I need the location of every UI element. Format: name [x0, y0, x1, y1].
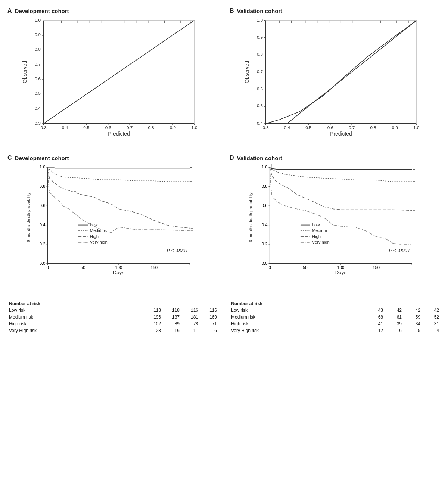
svg-text:0.4: 0.4: [257, 121, 263, 125]
svg-text:0.5: 0.5: [35, 91, 41, 96]
svg-text:+: +: [413, 242, 415, 247]
panel-A-x-label: Predicted: [108, 131, 130, 137]
svg-text:0.4: 0.4: [35, 106, 41, 111]
risk-val: 6: [385, 327, 403, 334]
svg-text:0.7: 0.7: [35, 62, 41, 66]
svg-text:0.7: 0.7: [127, 125, 133, 130]
risk-val: 102: [144, 320, 162, 327]
risk-val: 6: [200, 327, 218, 334]
svg-text:+: +: [190, 165, 192, 170]
panel-B-title: B Validation cohort: [230, 7, 441, 14]
risk-val: 42: [403, 307, 422, 314]
svg-text:50: 50: [81, 265, 85, 270]
risk-val: 34: [403, 320, 422, 327]
svg-text:0.4: 0.4: [262, 223, 268, 227]
risk-val: 39: [385, 320, 403, 327]
svg-text:Very high: Very high: [312, 240, 330, 244]
panel-D-x-label: Days: [335, 270, 347, 275]
svg-rect-86: [266, 21, 417, 124]
panel-B-svg: 0.4 0.5 0.6 0.7 0.8 0.9 1.0 0.: [230, 16, 441, 143]
svg-text:0.7: 0.7: [257, 69, 263, 74]
panel-D: D Validation cohort 0.0 0.2 0.4: [230, 155, 441, 334]
panel-B-x-label: Predicted: [330, 131, 352, 137]
panel-B-y-label: Observed: [244, 61, 250, 83]
svg-text:Very high: Very high: [90, 240, 108, 244]
risk-val: 42: [385, 307, 403, 314]
panel-A-chart: 0.3 0.4 0.5 0.6 0.7 0.8 0.9 1.0: [7, 16, 218, 143]
risk-val: 41: [366, 320, 385, 327]
svg-text:0.4: 0.4: [62, 125, 68, 130]
svg-text:0.8: 0.8: [40, 184, 46, 189]
svg-text:+: +: [74, 189, 77, 193]
table-row: High risk 102 89 78 71: [7, 320, 218, 327]
svg-text:0.6: 0.6: [262, 203, 268, 208]
table-row: Low risk 43 42 42 42: [230, 307, 441, 314]
risk-val: 196: [144, 314, 162, 320]
svg-text:0.5: 0.5: [83, 125, 89, 130]
risk-label: Very High risk: [7, 327, 144, 334]
svg-text:0.7: 0.7: [349, 125, 355, 130]
svg-text:0.8: 0.8: [262, 184, 268, 189]
risk-val: 12: [366, 327, 385, 334]
panel-D-pvalue: P < .0001: [389, 248, 410, 253]
svg-text:0.6: 0.6: [105, 125, 111, 130]
risk-val: 52: [422, 314, 441, 320]
svg-text:0.9: 0.9: [170, 125, 176, 130]
table-row: Low risk 118 118 116 116: [7, 307, 218, 314]
svg-text:Medium: Medium: [312, 228, 327, 233]
svg-text:+: +: [413, 208, 415, 213]
risk-label: High risk: [230, 320, 366, 327]
risk-val: 11: [181, 327, 200, 334]
km-row: C Development cohort: [7, 155, 441, 334]
panel-A-svg: 0.3 0.4 0.5 0.6 0.7 0.8 0.9 1.0: [7, 16, 218, 143]
panel-C-pvalue: P < .0001: [167, 248, 188, 253]
svg-text:0.0: 0.0: [40, 261, 46, 266]
panel-D-svg: 0.0 0.2 0.4 0.6 0.8 1.0 0 50 100: [230, 164, 441, 298]
panel-D-title-text: Validation cohort: [237, 155, 283, 161]
svg-text:0.8: 0.8: [370, 125, 376, 130]
svg-text:0.6: 0.6: [327, 125, 333, 130]
risk-table-D-header: Number at risk: [230, 300, 441, 307]
risk-label: High risk: [7, 320, 144, 327]
panel-A-y-label: Observed: [22, 61, 28, 83]
risk-val: 118: [144, 307, 162, 314]
svg-text:Low: Low: [90, 223, 98, 227]
risk-table-C-header: Number at risk: [7, 300, 218, 307]
svg-text:1.0: 1.0: [40, 165, 46, 169]
svg-text:150: 150: [150, 265, 158, 270]
panel-D-y-label: 6-months death probability: [248, 192, 253, 242]
svg-text:1.0: 1.0: [191, 125, 197, 130]
svg-text:0.5: 0.5: [305, 125, 311, 130]
risk-val: 61: [385, 314, 403, 320]
svg-text:1.0: 1.0: [257, 18, 263, 22]
svg-text:1.0: 1.0: [413, 125, 420, 130]
svg-text:50: 50: [303, 265, 308, 270]
svg-text:0.0: 0.0: [262, 261, 268, 266]
panel-A: A Development cohort 0.3 0.4: [7, 7, 218, 143]
svg-text:0.6: 0.6: [40, 203, 46, 208]
svg-text:High: High: [90, 234, 99, 239]
svg-text:100: 100: [337, 265, 344, 270]
svg-text:Medium: Medium: [90, 228, 105, 233]
panel-C: C Development cohort: [7, 155, 218, 334]
svg-text:0.3: 0.3: [40, 125, 46, 130]
svg-text:0.4: 0.4: [284, 125, 290, 130]
svg-text:1.0: 1.0: [262, 165, 268, 169]
risk-val: 4: [422, 327, 441, 334]
svg-text:+: +: [271, 165, 273, 169]
risk-label: Low risk: [7, 307, 144, 314]
risk-val: 16: [162, 327, 181, 334]
svg-line-37: [44, 21, 195, 124]
svg-text:0.9: 0.9: [392, 125, 398, 130]
panel-C-title-text: Development cohort: [15, 155, 69, 161]
panel-B: B Validation cohort 0.4 0.5 0.6: [230, 7, 441, 143]
svg-rect-84: [266, 21, 417, 124]
svg-text:0: 0: [46, 265, 49, 270]
panel-C-x-label: Days: [113, 270, 125, 275]
panel-B-letter: B: [230, 7, 234, 14]
svg-text:0.4: 0.4: [40, 223, 46, 227]
panel-C-letter: C: [7, 155, 12, 161]
risk-val: 169: [200, 314, 218, 320]
svg-text:0.5: 0.5: [257, 103, 263, 108]
svg-text:+: +: [413, 179, 415, 183]
